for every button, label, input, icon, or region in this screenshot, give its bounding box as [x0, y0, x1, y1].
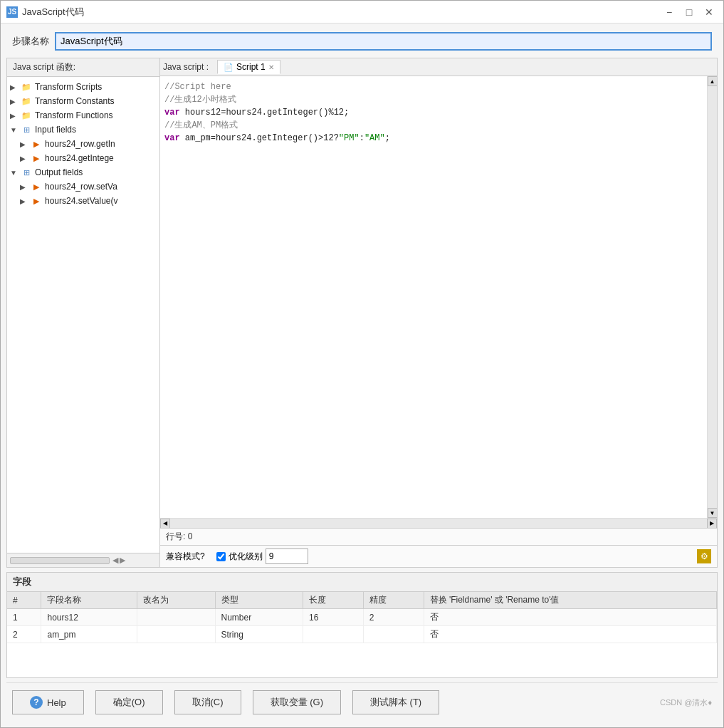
close-button[interactable]: ✕ [701, 4, 718, 21]
scroll-up-arrow[interactable]: ▲ [708, 76, 718, 86]
col-header-name: 字段名称 [41, 592, 137, 609]
script-tab-close[interactable]: ✕ [268, 63, 274, 71]
fields-section: 字段 # 字段名称 改名为 类型 长度 精度 替换 'Fieldname' 或 … [6, 572, 718, 678]
opt-label: 优化级别 [229, 551, 263, 563]
watermark: CSDN @清水♦ [660, 697, 712, 708]
horizontal-code-scrollbar[interactable]: ◀ ▶ [160, 518, 717, 528]
field-icon: ▶ [30, 195, 43, 207]
table-row: 1 hours12 Number 16 2 否 [7, 609, 717, 626]
cell-name: hours12 [41, 609, 137, 626]
maximize-button[interactable]: □ [681, 4, 698, 21]
col-header-type: 类型 [215, 592, 303, 609]
sidebar-item-output-fields[interactable]: ▼ ⊞ Output fields [7, 165, 159, 180]
compat-checkbox[interactable] [216, 552, 226, 561]
cancel-button[interactable]: 取消(C) [174, 690, 241, 714]
tree-arrow: ▶ [10, 83, 20, 91]
tree-label: Transform Scripts [35, 82, 102, 92]
tree-label: Input fields [35, 125, 76, 135]
sidebar-item-transform-functions[interactable]: ▶ 📁 Transform Functions [7, 108, 159, 123]
fields-section-header: 字段 [7, 573, 717, 592]
opt-icon[interactable]: ⚙ [697, 549, 711, 563]
tree-arrow: ▼ [10, 169, 20, 177]
scroll-right-arrow[interactable]: ▶ [707, 519, 717, 529]
get-vars-button[interactable]: 获取变量 (G) [253, 690, 341, 714]
tree-arrow: ▶ [10, 112, 20, 120]
cell-type: String [215, 626, 303, 643]
main-panel: Java script 函数: ▶ 📁 Transform Scripts ▶ … [6, 58, 718, 568]
help-label: Help [47, 697, 66, 708]
step-name-label: 步骤名称 [12, 35, 49, 48]
table-row: 2 am_pm String 否 [7, 626, 717, 643]
scroll-left-arrow[interactable]: ◀ [160, 519, 170, 529]
cell-precision [363, 626, 424, 643]
tree-arrow: ▶ [10, 98, 20, 105]
compat-label: 兼容模式? [166, 551, 205, 563]
field-icon: ▶ [30, 138, 43, 150]
sidebar-item-output-field-1[interactable]: ▶ ▶ hours24_row.setVa [17, 180, 159, 194]
vertical-scrollbar[interactable]: ▲ ▼ [707, 76, 717, 518]
step-name-input[interactable] [55, 32, 712, 51]
sidebar-item-transform-constants[interactable]: ▶ 📁 Transform Constants [7, 94, 159, 108]
tree-label: hours24_row.getIn [45, 139, 115, 149]
scroll-track[interactable] [708, 86, 717, 508]
horizontal-scrollbar[interactable] [10, 557, 110, 564]
tree-label: Transform Constants [35, 96, 115, 106]
scroll-track-h[interactable] [170, 519, 707, 528]
tree-label: hours24.setValue(v [45, 196, 118, 206]
scroll-down-arrow[interactable]: ▼ [708, 508, 718, 518]
sidebar-item-transform-scripts[interactable]: ▶ 📁 Transform Scripts [7, 80, 159, 94]
folder-icon: 📁 [20, 95, 33, 107]
tree-arrow: ▶ [20, 183, 30, 191]
cell-type: Number [215, 609, 303, 626]
code-area: //Script here //生成12小时格式 var hours12=hou… [160, 76, 717, 518]
checkbox-group: 优化级别 [216, 548, 308, 564]
tree-label: Output fields [35, 167, 83, 177]
sidebar-item-input-field-1[interactable]: ▶ ▶ hours24_row.getIn [17, 137, 159, 151]
tree-area[interactable]: ▶ 📁 Transform Scripts ▶ 📁 Transform Cons… [7, 77, 159, 553]
title-bar: JS JavaScript代码 − □ ✕ [1, 1, 723, 24]
test-script-button[interactable]: 测试脚本 (T) [352, 690, 439, 714]
sidebar-item-input-field-2[interactable]: ▶ ▶ hours24.getIntege [17, 151, 159, 165]
cell-replace: 否 [424, 626, 716, 643]
tree-label: hours24_row.setVa [45, 182, 117, 192]
script-tab[interactable]: 📄 Script 1 ✕ [217, 60, 280, 74]
help-icon: ? [30, 696, 43, 709]
cell-num: 2 [7, 626, 41, 643]
action-bar: ? Help 确定(O) 取消(C) 获取变量 (G) 测试脚本 (T) CSD… [6, 682, 718, 722]
folder-icon: 📁 [20, 110, 33, 121]
cell-num: 1 [7, 609, 41, 626]
line-number-status: 行号: 0 [166, 531, 192, 541]
cell-name: am_pm [41, 626, 137, 643]
cell-rename [137, 626, 215, 643]
code-editor[interactable]: //Script here //生成12小时格式 var hours12=hou… [160, 76, 717, 518]
left-panel: Java script 函数: ▶ 📁 Transform Scripts ▶ … [7, 58, 160, 567]
tree-arrow: ▶ [20, 155, 30, 162]
col-header-precision: 精度 [363, 592, 424, 609]
confirm-button[interactable]: 确定(O) [95, 690, 163, 714]
sidebar-item-input-fields[interactable]: ▼ ⊞ Input fields [7, 123, 159, 137]
tree-arrow: ▶ [20, 197, 30, 205]
cell-length: 16 [303, 609, 363, 626]
folder-icon: 📁 [20, 81, 33, 93]
fields-table-area: # 字段名称 改名为 类型 长度 精度 替换 'Fieldname' 或 'Re… [7, 592, 717, 677]
status-bar: 行号: 0 [160, 528, 717, 545]
help-button[interactable]: ? Help [12, 690, 84, 714]
minimize-button[interactable]: − [661, 4, 678, 21]
window-icon: JS [6, 6, 18, 18]
content-area: 步骤名称 Java script 函数: ▶ 📁 Transform Scrip… [1, 24, 723, 727]
opt-value-input[interactable] [266, 548, 308, 564]
window-title: JavaScript代码 [22, 6, 661, 19]
left-panel-header: Java script 函数: [7, 58, 159, 77]
java-script-label: Java script : [163, 62, 209, 72]
tree-arrow: ▼ [10, 126, 20, 134]
sidebar-item-output-field-2[interactable]: ▶ ▶ hours24.setValue(v [17, 194, 159, 208]
window-controls: − □ ✕ [661, 4, 718, 21]
cell-replace: 否 [424, 609, 716, 626]
field-group-icon: ⊞ [20, 124, 33, 135]
left-panel-footer: ◀ ▶ [7, 553, 159, 567]
fields-table: # 字段名称 改名为 类型 长度 精度 替换 'Fieldname' 或 'Re… [7, 592, 717, 643]
tree-arrow: ▶ [20, 140, 30, 148]
main-window: JS JavaScript代码 − □ ✕ 步骤名称 Java script 函… [0, 0, 724, 728]
script-tab-label: Script 1 [236, 62, 266, 72]
field-icon: ▶ [30, 152, 43, 164]
